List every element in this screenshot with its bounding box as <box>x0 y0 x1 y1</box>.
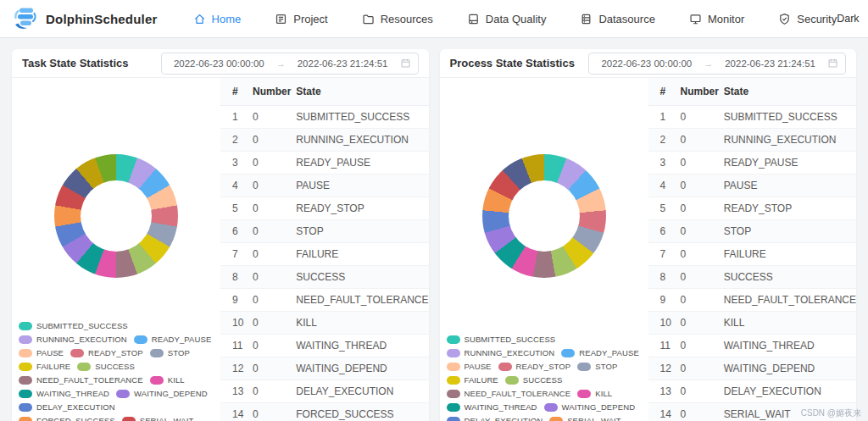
nav-item-project[interactable]: Project <box>275 13 327 25</box>
legend-item[interactable]: STOP <box>150 348 190 357</box>
legend-item[interactable]: SERIAL_WAIT <box>549 416 621 421</box>
legend-item[interactable]: DELAY_EXECUTION <box>19 402 115 412</box>
state-cell: FAILURE <box>724 243 856 266</box>
state-cell: RUNNING_EXECUTION <box>724 129 856 152</box>
value-cell: 0 <box>253 243 296 266</box>
panel-title: Task State Statistics <box>22 57 128 69</box>
legend-item[interactable]: DELAY_EXECUTION <box>447 416 543 421</box>
table-row: 30READY_PAUSE <box>648 152 857 174</box>
table-header-row: #NumberState <box>220 78 429 106</box>
legend-label: RUNNING_EXECUTION <box>36 335 127 344</box>
legend-swatch <box>19 403 32 412</box>
date-start-value[interactable]: 2022-06-23 00:00:00 <box>596 58 697 69</box>
brand[interactable]: DolphinScheduler <box>12 5 158 32</box>
legend-swatch <box>19 349 32 357</box>
value-cell: 11 <box>648 335 681 357</box>
legend-swatch <box>561 349 575 357</box>
value-cell: 13 <box>648 380 681 403</box>
value-cell: 14 <box>220 403 253 421</box>
legend-item[interactable]: READY_STOP <box>498 362 571 371</box>
value-cell: 0 <box>681 174 724 197</box>
state-donut-chart[interactable] <box>54 154 178 278</box>
legend-item[interactable]: SUBMITTED_SUCCESS <box>447 335 556 344</box>
legend-item[interactable]: RUNNING_EXECUTION <box>447 348 555 357</box>
nav-item-resources[interactable]: Resources <box>362 13 433 25</box>
legend-item[interactable]: READY_STOP <box>70 348 143 357</box>
legend-item[interactable]: SUCCESS <box>505 375 563 385</box>
calendar-icon[interactable] <box>827 58 838 69</box>
nav-item-datasource[interactable]: Datasource <box>580 13 654 25</box>
chart-legend: SUBMITTED_SUCCESSRUNNING_EXECUTIONREADY_… <box>442 330 647 421</box>
value-cell: 0 <box>253 129 296 152</box>
nav-item-data-quality[interactable]: Data Quality <box>467 13 547 25</box>
date-end-value[interactable]: 2022-06-23 21:24:51 <box>292 58 393 69</box>
legend-label: SUCCESS <box>523 375 563 385</box>
chart-column: SUBMITTED_SUCCESSRUNNING_EXECUTIONREADY_… <box>12 78 220 421</box>
legend-item[interactable]: WAITING_THREAD <box>19 389 109 398</box>
state-cell: KILL <box>724 312 856 335</box>
table-row: 30READY_PAUSE <box>220 152 429 174</box>
legend-item[interactable]: WAITING_DEPEND <box>116 389 208 398</box>
date-range-picker[interactable]: 2022-06-23 00:00:00→2022-06-23 21:24:51 <box>588 53 846 75</box>
nav-item-label: Datasource <box>598 13 654 25</box>
legend-swatch <box>19 335 32 344</box>
table-row: 60STOP <box>648 220 857 243</box>
database-icon <box>580 13 593 25</box>
value-cell: 0 <box>253 174 296 197</box>
legend-item[interactable]: RUNNING_EXECUTION <box>19 335 127 344</box>
column-header: State <box>296 78 428 106</box>
arrow-right-icon: → <box>704 58 713 69</box>
legend-swatch <box>19 417 32 421</box>
table-row: 40PAUSE <box>220 174 429 197</box>
top-nav: DolphinScheduler HomeProjectResourcesDat… <box>0 0 868 38</box>
value-cell: 3 <box>648 152 681 174</box>
value-cell: 0 <box>681 357 724 380</box>
value-cell: 12 <box>648 357 681 380</box>
legend-item[interactable]: KILL <box>577 389 612 398</box>
value-cell: 2 <box>220 129 253 152</box>
chart-legend: SUBMITTED_SUCCESSRUNNING_EXECUTIONREADY_… <box>14 316 219 421</box>
legend-item[interactable]: WAITING_THREAD <box>447 402 537 412</box>
legend-item[interactable]: FORCED_SUCCESS <box>19 416 115 421</box>
legend-swatch <box>505 376 519 385</box>
legend-item[interactable]: STOP <box>577 362 617 371</box>
table-row: 100KILL <box>648 312 857 335</box>
state-donut-chart[interactable] <box>482 154 606 278</box>
legend-item[interactable]: PAUSE <box>447 362 492 371</box>
calendar-icon[interactable] <box>400 58 411 69</box>
table-row: 50READY_STOP <box>648 197 857 220</box>
state-cell: KILL <box>296 312 428 335</box>
legend-item[interactable]: FAILURE <box>447 375 498 385</box>
state-cell: READY_STOP <box>296 197 428 220</box>
legend-label: SUCCESS <box>95 362 135 371</box>
legend-item[interactable]: KILL <box>150 375 185 385</box>
nav-item-security[interactable]: Security <box>778 13 837 25</box>
value-cell: 0 <box>681 266 724 289</box>
date-start-value[interactable]: 2022-06-23 00:00:00 <box>169 58 270 69</box>
state-cell: FAILURE <box>296 243 428 266</box>
state-cell: RUNNING_EXECUTION <box>296 129 428 152</box>
date-end-value[interactable]: 2022-06-23 21:24:51 <box>720 58 821 69</box>
legend-item[interactable]: READY_PAUSE <box>134 335 212 344</box>
panel-body: SUBMITTED_SUCCESSRUNNING_EXECUTIONREADY_… <box>440 78 857 421</box>
legend-item[interactable]: PAUSE <box>19 348 64 357</box>
legend-item[interactable]: FAILURE <box>19 362 70 371</box>
legend-label: READY_PAUSE <box>579 348 639 357</box>
legend-item[interactable]: SUCCESS <box>77 362 135 371</box>
legend-item[interactable]: SERIAL_WAIT <box>122 416 194 421</box>
legend-item[interactable]: READY_PAUSE <box>561 348 639 357</box>
nav-item-home[interactable]: Home <box>193 13 242 25</box>
legend-item[interactable]: NEED_FAULT_TOLERANCE <box>447 389 571 398</box>
legend-item[interactable]: NEED_FAULT_TOLERANCE <box>19 375 143 385</box>
legend-item[interactable]: SUBMITTED_SUCCESS <box>19 321 128 330</box>
nav-item-monitor[interactable]: Monitor <box>689 13 744 25</box>
date-range-picker[interactable]: 2022-06-23 00:00:00→2022-06-23 21:24:51 <box>161 53 419 75</box>
table-row: 10SUBMITTED_SUCCESS <box>648 106 857 129</box>
legend-swatch <box>150 376 164 385</box>
legend-item[interactable]: WAITING_DEPEND <box>544 402 636 412</box>
legend-swatch <box>577 363 591 371</box>
legend-swatch <box>447 403 460 412</box>
theme-toggle-button[interactable]: Dark <box>837 13 859 25</box>
value-cell: 8 <box>648 266 681 289</box>
legend-swatch <box>447 417 460 421</box>
